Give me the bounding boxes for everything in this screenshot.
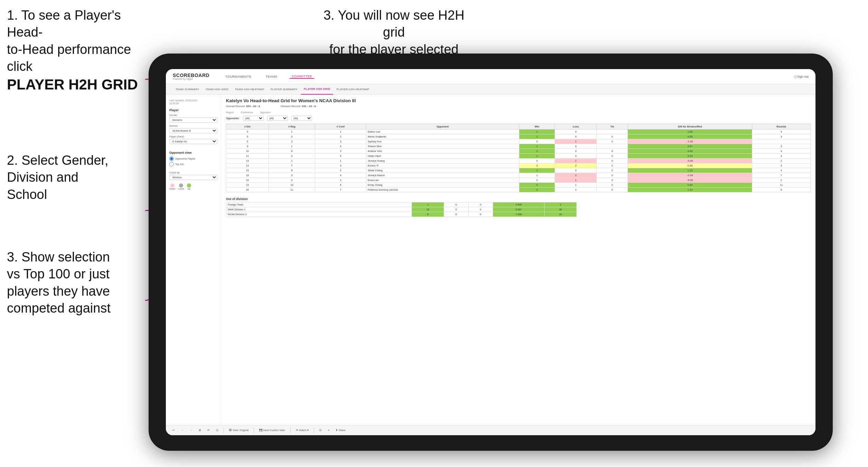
- cell-rounds: 2: [752, 159, 811, 163]
- cell-rounds: 3: [752, 144, 811, 149]
- cell-conf: 2: [315, 178, 366, 183]
- toolbar-layout[interactable]: ⊡: [318, 428, 323, 432]
- cell-reg: 2: [268, 154, 315, 159]
- cell-tie: [597, 130, 628, 134]
- sidebar-colour-section: Colour by Win/loss Down Level: [169, 171, 217, 190]
- cell-name: Heejo Hyun: [366, 154, 519, 159]
- cell-win: 2: [519, 149, 555, 154]
- cell-win: 1: [519, 173, 555, 178]
- cell-conf: 5: [315, 168, 366, 173]
- colour-label-down: Down: [169, 188, 176, 190]
- cell-loss: 0: [555, 149, 597, 154]
- sidebar-gender-select[interactable]: Women's Men's: [169, 117, 217, 123]
- subnav-team-summary[interactable]: TEAM SUMMARY: [173, 84, 202, 95]
- toolbar-view-original[interactable]: 🖼 View: Original: [227, 428, 250, 432]
- toolbar-clock[interactable]: ◷: [214, 428, 220, 432]
- cell-loss: 0: [555, 134, 597, 139]
- toolbar-save-custom[interactable]: 💾 Save Custom View: [257, 428, 286, 432]
- cell-conf: 1: [315, 130, 366, 134]
- cell-win: 1: [519, 154, 555, 159]
- ood-rounds: 30: [545, 207, 577, 212]
- sidebar-colour-select[interactable]: Win/loss: [169, 175, 217, 180]
- logo-sub: Powered by clippd: [173, 78, 209, 80]
- cell-rounds: [752, 139, 811, 144]
- cell-conf: 2: [315, 134, 366, 139]
- sidebar-division-select[interactable]: NCAA Division III NCAA Division I NCAA D…: [169, 128, 217, 133]
- cell-conf: 1: [315, 159, 366, 163]
- table-row: 3 1 1 Esther Lee 1 0 1.50 4: [226, 130, 811, 134]
- col-win: Win: [519, 124, 555, 130]
- tablet-screen: SCOREBOARD Powered by clippd TOURNAMENTS…: [166, 69, 815, 435]
- bottom-toolbar: ↩ ← → ⊞ ⟳ ◷ 🖼 View: Original 💾 Save Cust…: [166, 425, 815, 435]
- cell-name: Stella Cheng: [366, 168, 519, 173]
- subnav-team-h2h-grid[interactable]: TEAM H2H GRID: [203, 84, 232, 95]
- toolbar-lines[interactable]: ≡: [326, 428, 331, 432]
- division-record: Division Record: 331 - 34 - 6: [281, 105, 316, 108]
- filter-conference-select[interactable]: (All): [267, 116, 288, 121]
- nav-committee[interactable]: COMMITTEE: [290, 75, 314, 79]
- colour-legend: Down Level Up: [169, 183, 217, 190]
- nav-tournaments[interactable]: TOURNAMENTS: [223, 75, 253, 78]
- filter-conference-label: Conference: [240, 111, 253, 114]
- cell-rounds: 2: [752, 178, 811, 183]
- cell-win: 2: [519, 163, 555, 168]
- radio-top100[interactable]: Top 100: [169, 162, 217, 166]
- sidebar-player-rank-label: Player (Rank): [169, 135, 217, 138]
- ood-diff: 7.400: [493, 212, 544, 217]
- sidebar-player-select[interactable]: 8. Katelyn Vo: [169, 139, 217, 144]
- cell-reg: 1: [268, 144, 315, 149]
- radio-opponents-played[interactable]: Opponents Played: [169, 156, 217, 161]
- sidebar-division-label: Division: [169, 125, 217, 127]
- colour-dot-down: [170, 183, 174, 188]
- cell-tie: 0: [597, 159, 628, 163]
- ood-diff: 9.267: [493, 207, 544, 212]
- cell-loss: 1: [555, 183, 597, 188]
- out-of-division-header: Out of division: [226, 197, 811, 201]
- instruction-bold: PLAYER H2H GRID: [7, 76, 138, 93]
- table-row: 19 10 6 Emily Chang 4 1 0 0.30 11: [226, 183, 811, 188]
- cell-div: 15: [226, 168, 269, 173]
- table-row: 14 7 4 Eunice Yi 2 2 0 0.38 9: [226, 163, 811, 168]
- sign-out-link[interactable]: i | Sign out: [794, 75, 809, 78]
- table-row: 6 3 3 Sydney Kuo 0 1 0 -1.00: [226, 139, 811, 144]
- filter-opponent-select[interactable]: (All): [291, 116, 312, 121]
- col-div: # Div: [226, 124, 269, 130]
- toolbar-watch[interactable]: 👁 Watch ▾: [294, 428, 310, 432]
- toolbar-back[interactable]: ←: [179, 428, 186, 432]
- cell-div: 13: [226, 159, 269, 163]
- cell-rounds: 9: [752, 163, 811, 168]
- toolbar-grid[interactable]: ⊞: [197, 428, 203, 432]
- instruction-mid-left: 2. Select Gender,Division andSchool: [7, 152, 108, 203]
- cell-win: 0: [519, 139, 555, 144]
- sidebar-colour-label: Colour by: [169, 171, 217, 174]
- cell-div: 18: [226, 178, 269, 183]
- cell-rounds: 4: [752, 149, 811, 154]
- toolbar-share[interactable]: ⬆ Share: [334, 428, 347, 432]
- filter-region-select[interactable]: (All): [243, 116, 264, 121]
- cell-win: 2: [519, 188, 555, 192]
- cell-reg: 7: [268, 163, 315, 168]
- sidebar: Last Updated: 27/03/2024 16:55:38 Player…: [166, 95, 221, 435]
- cell-loss: 2: [555, 173, 597, 178]
- table-row: 11 2 5 Heejo Hyun 1 0 0 3.33 3: [226, 154, 811, 159]
- cell-name: Eunice Yi: [366, 163, 519, 168]
- toolbar-forward[interactable]: →: [188, 428, 195, 432]
- subnav-team-h2h-heatmap[interactable]: TEAM H2H HEATMAP: [232, 84, 267, 95]
- record-row: Overall Record: 353 - 34 - 6 Division Re…: [226, 105, 811, 108]
- out-of-division-table: Foreign Team 1 0 0 4.500 2 NAIA Division…: [226, 202, 577, 217]
- table-row: 16 3 4 Jessica Mason 1 2 0 -0.94 7: [226, 173, 811, 178]
- cell-name: Jessica Huang: [366, 159, 519, 163]
- cell-loss: 1: [555, 159, 597, 163]
- toolbar-refresh[interactable]: ⟳: [206, 428, 211, 432]
- table-row: 15 8 5 Stella Cheng 1 0 0 1.25 4: [226, 168, 811, 173]
- subnav-player-h2h-grid[interactable]: PLAYER H2H GRID: [301, 84, 333, 95]
- subnav-player-summary[interactable]: PLAYER SUMMARY: [268, 84, 300, 95]
- subnav-player-h2h-heatmap[interactable]: PLAYER H2H HEATMAP: [334, 84, 372, 95]
- filter-conference: Conference: [240, 111, 253, 114]
- col-reg: # Reg: [268, 124, 315, 130]
- cell-div: 16: [226, 173, 269, 178]
- cell-reg: 6: [268, 149, 315, 154]
- nav-teams[interactable]: TEAMS: [264, 75, 280, 78]
- toolbar-undo[interactable]: ↩: [171, 428, 177, 432]
- ood-name: NCAA Division 2: [226, 212, 412, 217]
